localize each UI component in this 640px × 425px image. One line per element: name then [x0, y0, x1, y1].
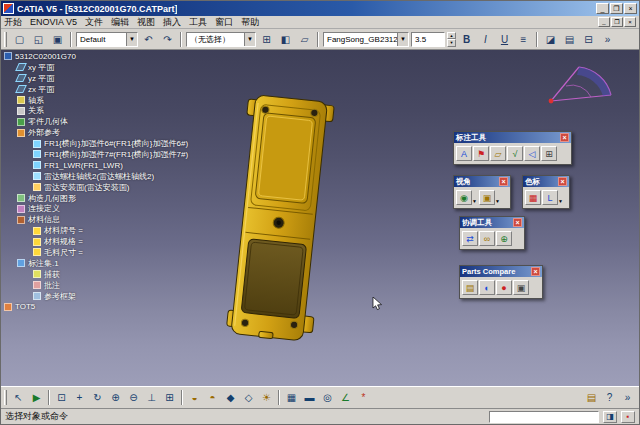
measure-icon[interactable]: ∠: [337, 389, 354, 406]
chevron-down-icon[interactable]: ▼: [244, 33, 255, 46]
fit-all-icon[interactable]: ⊡: [53, 389, 70, 406]
chevron-down-icon[interactable]: ▼: [495, 198, 500, 204]
zoom-out-icon[interactable]: ⊖: [125, 389, 142, 406]
power-input-icon[interactable]: ◨: [603, 411, 617, 423]
menu-tools[interactable]: 工具: [189, 16, 207, 29]
apply-material-icon[interactable]: ◧: [277, 31, 294, 48]
mdi-close-button[interactable]: ×: [624, 17, 636, 27]
select-icon[interactable]: ↖: [10, 389, 27, 406]
font-size-stepper[interactable]: ▲ ▼: [447, 32, 456, 47]
toolbar-title-bar[interactable]: 色标 ×: [523, 176, 569, 187]
tree-item-material-spec[interactable]: 材料规格 =: [33, 236, 188, 247]
zoom-in-icon[interactable]: ⊕: [107, 389, 124, 406]
undo-icon[interactable]: ↶: [140, 31, 157, 48]
save-icon[interactable]: ▣: [49, 31, 66, 48]
tree-item-xy-plane[interactable]: xy 平面: [17, 62, 188, 73]
close-icon[interactable]: ×: [499, 177, 508, 186]
shading-icon[interactable]: ◆: [222, 389, 239, 406]
tree-collapse-icon[interactable]: ⊟: [580, 31, 597, 48]
close-icon[interactable]: ×: [531, 267, 540, 276]
help-icon[interactable]: ?: [601, 389, 618, 406]
difference-icon[interactable]: ●: [496, 280, 512, 295]
rotate-icon[interactable]: ↻: [89, 389, 106, 406]
tree-item-connection-definition[interactable]: 连接定义: [17, 203, 188, 214]
menu-window[interactable]: 窗口: [215, 16, 233, 29]
menu-edit[interactable]: 编辑: [111, 16, 129, 29]
toolbar-grip[interactable]: [4, 32, 7, 47]
align-text-icon[interactable]: ≡: [515, 31, 532, 48]
sync-icon[interactable]: ⇄: [462, 231, 478, 246]
workbench-combo[interactable]: Default ▼: [76, 32, 138, 47]
legend-icon[interactable]: L: [542, 190, 558, 205]
menu-view[interactable]: 视图: [137, 16, 155, 29]
menu-start[interactable]: 开始: [4, 16, 22, 29]
chevron-down-icon[interactable]: ▼: [397, 33, 408, 46]
alert-icon[interactable]: ▪: [621, 411, 635, 423]
save-compare-icon[interactable]: ▣: [513, 280, 529, 295]
weld-symbol-icon[interactable]: ◁: [524, 146, 540, 161]
close-icon[interactable]: ×: [513, 218, 522, 227]
normal-view-icon[interactable]: ⊥: [143, 389, 160, 406]
tree-item-captures[interactable]: 捕获: [33, 269, 188, 280]
quick-hide-icon[interactable]: ◒: [186, 389, 203, 406]
redo-icon[interactable]: ↷: [159, 31, 176, 48]
close-icon[interactable]: ×: [558, 177, 567, 186]
flag-note-icon[interactable]: ⚑: [473, 146, 489, 161]
tree-item-axis-systems[interactable]: 轴系: [17, 95, 188, 106]
command-input[interactable]: [489, 411, 599, 423]
tree-item-radar-stud-axis[interactable]: 雷达螺柱轴线2(雷达螺柱轴线2): [33, 171, 188, 182]
tree-item-fr1-lwr[interactable]: FR1_LWR(FR1_LWR): [33, 160, 188, 171]
link-icon[interactable]: ∞: [479, 231, 495, 246]
toolbar-grip[interactable]: [4, 390, 7, 405]
hide-show-icon[interactable]: ◓: [204, 389, 221, 406]
tree-item-reference-frame[interactable]: 参考框架: [33, 291, 188, 302]
part-3d-model[interactable]: [201, 90, 361, 360]
mdi-minimize-button[interactable]: _: [598, 17, 610, 27]
tree-item-construction-geometry[interactable]: 构造几何图形: [17, 193, 188, 204]
catalog-icon[interactable]: ▤: [583, 389, 600, 406]
tree-item-material-grade[interactable]: 材料牌号 =: [33, 225, 188, 236]
menu-help[interactable]: 帮助: [241, 16, 259, 29]
underline-icon[interactable]: U: [496, 31, 513, 48]
toolbar-title-bar[interactable]: 标注工具 ×: [454, 132, 571, 143]
tree-item-tot5[interactable]: TOT5: [4, 301, 188, 312]
spin-up-icon[interactable]: ▲: [447, 32, 456, 40]
compass-origin[interactable]: [549, 99, 554, 104]
axis-system-icon[interactable]: *: [355, 389, 372, 406]
pan-icon[interactable]: +: [71, 389, 88, 406]
close-button[interactable]: ×: [624, 3, 637, 14]
publish-icon[interactable]: ⊕: [496, 231, 512, 246]
open-icon[interactable]: ◱: [30, 31, 47, 48]
tree-item-material-info[interactable]: 材料信息: [17, 214, 188, 225]
more-icon[interactable]: »: [619, 389, 636, 406]
text-with-leader-icon[interactable]: A: [456, 146, 472, 161]
spin-down-icon[interactable]: ▼: [447, 39, 456, 47]
tree-item-relations[interactable]: 关系: [17, 105, 188, 116]
ground-icon[interactable]: ▬: [301, 389, 318, 406]
datum-feature-icon[interactable]: ▱: [490, 146, 506, 161]
font-size-combo[interactable]: 3.5: [411, 32, 445, 47]
color-map-icon[interactable]: ▦: [525, 190, 541, 205]
more-tools-icon[interactable]: »: [599, 31, 616, 48]
chevron-down-icon[interactable]: ▼: [126, 33, 137, 46]
tree-item-notes[interactable]: 批注: [33, 280, 188, 291]
view-eye-icon[interactable]: ◉: [456, 190, 472, 205]
frame-grid-icon[interactable]: ⊞: [541, 146, 557, 161]
minimize-button[interactable]: _: [596, 3, 609, 14]
compass-3d[interactable]: [541, 56, 619, 108]
view-capture-icon[interactable]: ▣: [479, 190, 495, 205]
maximize-button[interactable]: ❐: [610, 3, 623, 14]
menu-insert[interactable]: 插入: [163, 16, 181, 29]
tree-item-yz-plane[interactable]: yz 平面: [17, 73, 188, 84]
light-icon[interactable]: ☀: [258, 389, 275, 406]
italic-icon[interactable]: I: [477, 31, 494, 48]
fly-mode-icon[interactable]: ▶: [28, 389, 45, 406]
toolbar-title-bar[interactable]: Parts Compare ×: [460, 266, 542, 277]
selection-combo[interactable]: （无选择） ▼: [186, 32, 256, 47]
menu-enovia[interactable]: ENOVIA V5: [30, 17, 77, 27]
mdi-restore-button[interactable]: ❐: [611, 17, 623, 27]
menu-file[interactable]: 文件: [85, 16, 103, 29]
layer-filter-icon[interactable]: ▤: [561, 31, 578, 48]
tree-item-external-references[interactable]: 外部参考: [17, 127, 188, 138]
roughness-symbol-icon[interactable]: √: [507, 146, 523, 161]
